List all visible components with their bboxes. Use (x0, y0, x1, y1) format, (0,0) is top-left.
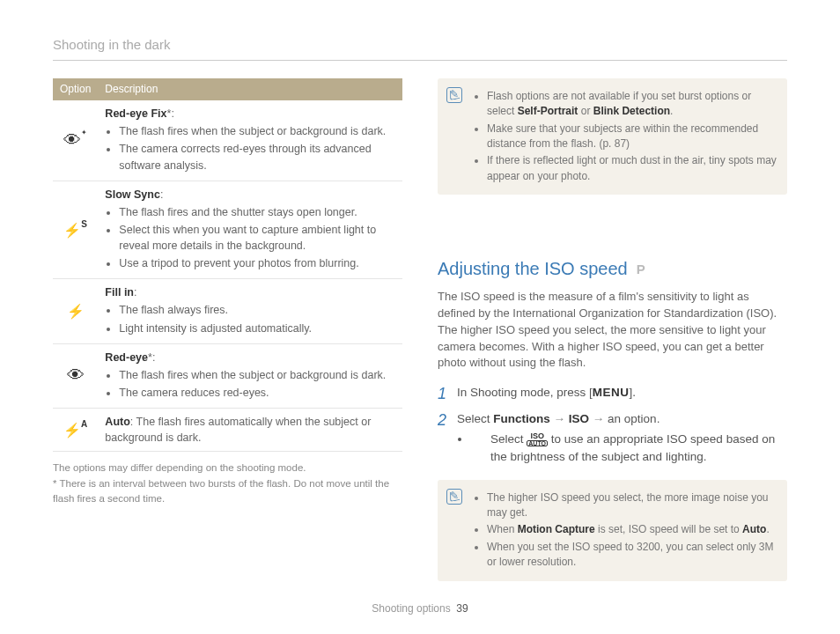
step-number: 2 (438, 409, 446, 431)
option-title: Fill in (105, 286, 134, 299)
text: In Shooting mode, press [ (457, 386, 593, 399)
option-title: Slow Sync (105, 188, 160, 201)
red-eye-fix-icon: 👁✦ (63, 130, 87, 150)
text: or (578, 105, 593, 117)
note-icon: ✎ (446, 489, 462, 505)
text: ]. (630, 386, 637, 399)
menu-button-label: MENU (593, 386, 630, 399)
arrow-icon: → (589, 412, 608, 425)
step-item: 1 In Shooting mode, press [MENU]. (438, 384, 787, 402)
option-title: Red-eye Fix (105, 107, 166, 120)
strong-text: Functions (493, 412, 550, 425)
info-bullet: The higher ISO speed you select, the mor… (487, 490, 777, 521)
option-bullet: Light intensity is adjusted automaticall… (119, 321, 395, 336)
flash-options-table: Option Description 👁✦ Red-eye Fix*: The … (53, 78, 402, 453)
info-bullet: If there is reflected light or much dust… (487, 153, 777, 184)
note-icon: ✎ (446, 87, 462, 103)
footnote-line: The options may differ depending on the … (53, 461, 402, 476)
option-inline-text: : The flash fires automatically when the… (105, 416, 371, 444)
info-bullet: Make sure that your subjects are within … (487, 122, 777, 152)
option-bullet: The camera corrects red-eyes through its… (119, 141, 395, 173)
footnote-line: * There is an interval between two burst… (53, 476, 402, 507)
table-row: ⚡ Fill in: The flash always fires. Light… (53, 279, 402, 343)
info-bullet: When Motion Capture is set, ISO speed wi… (487, 522, 777, 537)
info-box-flash-notes: ✎ Flash options are not available if you… (438, 78, 787, 195)
red-eye-icon: 👁 (67, 365, 85, 385)
table-row: ⚡A Auto: The flash fires automatically w… (53, 409, 402, 452)
step-number: 1 (438, 382, 446, 405)
info-box-iso-notes: ✎ The higher ISO speed you select, the m… (438, 480, 787, 581)
option-bullet: The camera reduces red-eyes. (119, 385, 395, 401)
auto-flash-icon: ⚡A (63, 423, 87, 438)
slow-sync-icon: ⚡S (63, 223, 87, 238)
page-header: Shooting in the dark (53, 35, 787, 61)
table-row: 👁✦ Red-eye Fix*: The flash fires when th… (53, 100, 402, 181)
step-sub-bullet: Select ISOAUTO to use an appropriate ISO… (471, 431, 787, 465)
icon-top-text: ISO (527, 433, 548, 439)
strong-text: Auto (742, 523, 766, 535)
option-bullet: The flash fires when the subject or back… (119, 123, 395, 139)
option-bullet: The flash fires when the subject or back… (119, 367, 395, 383)
colon: : (171, 107, 173, 120)
text: is set, ISO speed will be set to (595, 523, 742, 535)
footer-section: Shooting options (372, 602, 450, 615)
text: When (487, 523, 518, 535)
icon-bottom-text: AUTO (527, 440, 548, 447)
section-intro: The ISO speed is the measure of a film's… (438, 289, 787, 372)
right-column: ✎ Flash options are not available if you… (438, 78, 787, 597)
text: . (766, 523, 769, 535)
fill-in-icon: ⚡ (67, 304, 85, 319)
footnote-block: The options may differ depending on the … (53, 461, 402, 506)
page-footer: Shooting options 39 (0, 601, 840, 616)
text: . (670, 105, 673, 117)
step-item: 2 Select Functions → ISO → an option. Se… (438, 410, 787, 466)
option-bullet: The flash fires and the shutter stays op… (119, 204, 395, 220)
option-title: Auto (105, 416, 129, 428)
left-column: Option Description 👁✦ Red-eye Fix*: The … (53, 78, 402, 597)
colon: : (152, 351, 155, 364)
text: an option. (608, 412, 659, 425)
strong-text: Blink Detection (593, 105, 670, 117)
colon: : (134, 286, 136, 299)
steps-list: 1 In Shooting mode, press [MENU]. 2 Sele… (438, 384, 787, 465)
arrow-icon: → (550, 412, 569, 425)
info-bullet: When you set the ISO speed to 3200, you … (487, 540, 777, 571)
col-option-header: Option (53, 78, 98, 100)
option-bullet: Use a tripod to prevent your photos from… (119, 255, 395, 271)
strong-text: ISO (569, 412, 589, 425)
strong-text: Motion Capture (518, 523, 595, 535)
section-heading-iso: Adjusting the ISO speed P (438, 256, 787, 282)
table-row: ⚡S Slow Sync: The flash fires and the sh… (53, 181, 402, 279)
page-number: 39 (456, 602, 468, 615)
table-row: 👁 Red-eye*: The flash fires when the sub… (53, 343, 402, 408)
text: Select (490, 432, 527, 446)
option-bullet: Select this when you want to capture amb… (119, 222, 395, 254)
iso-auto-icon: ISOAUTO (527, 433, 548, 446)
text: Select (457, 412, 493, 425)
col-description-header: Description (98, 78, 402, 100)
option-bullet: The flash always fires. (119, 302, 395, 318)
heading-text: Adjusting the ISO speed (438, 256, 628, 282)
strong-text: Self-Portrait (518, 105, 578, 117)
option-title: Red-eye (105, 351, 148, 364)
colon: : (160, 188, 163, 201)
info-bullet: Flash options are not available if you s… (487, 89, 777, 120)
mode-badge: P (637, 260, 645, 279)
